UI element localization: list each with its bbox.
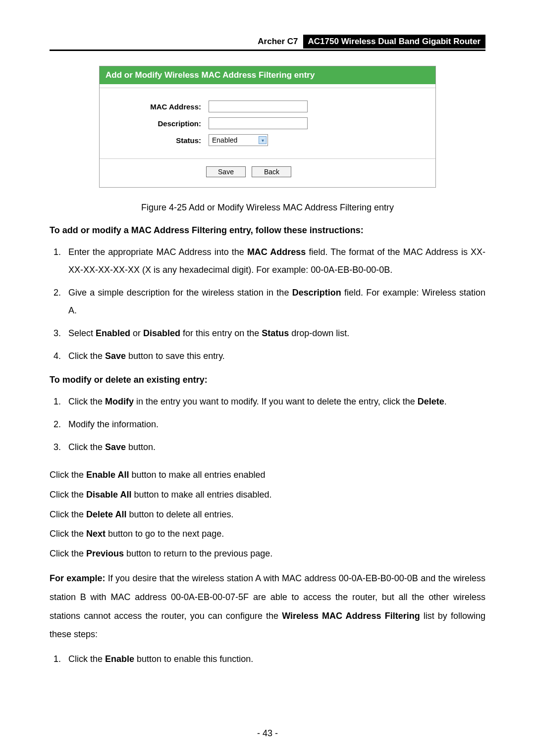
heading-modify: To modify or delete an existing entry: [50, 375, 485, 385]
status-select-value: Enabled [212, 136, 237, 144]
list-item: Click the Save button to save this entry… [63, 347, 485, 365]
status-label: Status: [109, 136, 209, 145]
paragraph: Click the Previous button to return to t… [50, 545, 485, 563]
paragraph: Click the Disable All button to make all… [50, 486, 485, 504]
router-screenshot: Add or Modify Wireless MAC Address Filte… [99, 66, 436, 188]
paragraph: Click the Enable All button to make all … [50, 466, 485, 485]
list-item: Click the Modify in the entry you want t… [63, 393, 485, 410]
chevron-down-icon: ▾ [259, 136, 267, 144]
mac-address-label: MAC Address: [109, 102, 209, 111]
list-item: Click the Save button. [63, 438, 485, 456]
list-item: Modify the information. [63, 415, 485, 433]
description-label: Description: [109, 119, 209, 128]
heading-add: To add or modify a MAC Address Filtering… [50, 225, 485, 236]
paragraph: Click the Delete All button to delete al… [50, 505, 485, 524]
save-button[interactable]: Save [206, 166, 246, 177]
status-select[interactable]: Enabled ▾ [209, 134, 268, 146]
header-model: Archer C7 [253, 35, 303, 49]
page-number: - 43 - [0, 728, 535, 739]
instructions-modify-list: Click the Modify in the entry you want t… [50, 393, 485, 456]
header-product: AC1750 Wireless Dual Band Gigabit Router [303, 35, 485, 49]
instructions-add-list: Enter the appropriate MAC Address into t… [50, 243, 485, 365]
example-paragraph: For example: If you desire that the wire… [50, 569, 485, 644]
paragraph: Click the Next button to go to the next … [50, 525, 485, 544]
description-input[interactable] [209, 117, 308, 129]
back-button[interactable]: Back [252, 166, 291, 177]
list-item: Select Enabled or Disabled for this entr… [63, 324, 485, 342]
list-item: Enter the appropriate MAC Address into t… [63, 243, 485, 279]
example-steps-list: Click the Enable button to enable this f… [50, 650, 485, 668]
list-item: Give a simple description for the wirele… [63, 284, 485, 319]
screenshot-title: Add or Modify Wireless MAC Address Filte… [100, 66, 435, 84]
figure-caption: Figure 4-25 Add or Modify Wireless MAC A… [50, 202, 485, 213]
page-header: Archer C7 AC1750 Wireless Dual Band Giga… [50, 35, 485, 51]
divider [100, 84, 435, 88]
list-item: Click the Enable button to enable this f… [63, 650, 485, 668]
mac-address-input[interactable] [209, 101, 308, 112]
